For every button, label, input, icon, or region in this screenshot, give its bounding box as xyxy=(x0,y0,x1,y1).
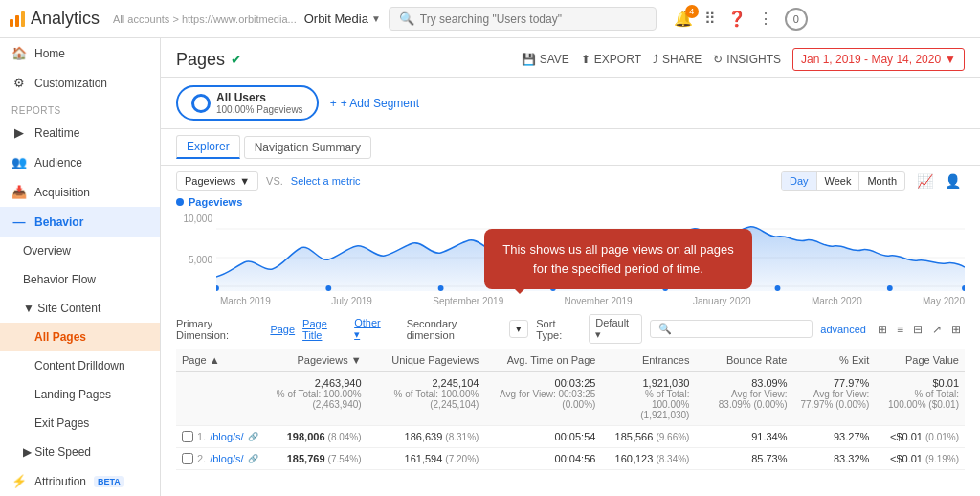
export-button[interactable]: ⬆ EXPORT xyxy=(581,53,641,66)
table-chart-button[interactable]: 👤 xyxy=(941,171,965,191)
day-button[interactable]: Day xyxy=(782,172,817,190)
all-users-segment[interactable]: All Users 100.00% Pageviews xyxy=(176,85,319,121)
month-button[interactable]: Month xyxy=(859,172,904,190)
verified-icon: ✔ xyxy=(231,52,242,67)
table-search-input[interactable] xyxy=(676,324,805,335)
sidebar-item-label: Customization xyxy=(34,77,107,90)
export-icon: ⬆ xyxy=(581,53,590,66)
col-page[interactable]: Page ▲ xyxy=(176,349,264,372)
advanced-link[interactable]: advanced xyxy=(820,324,866,335)
audience-icon: 👥 xyxy=(11,155,27,169)
account-name[interactable]: Orbit Media ▼ xyxy=(304,11,381,26)
profile-button[interactable]: 0 xyxy=(785,8,808,31)
row2-page-value: <$0.01 (9.19%) xyxy=(875,448,965,470)
segment-info: All Users 100.00% Pageviews xyxy=(216,91,303,115)
sidebar-item-audience[interactable]: 👥 Audience xyxy=(0,147,160,177)
col-avg-time[interactable]: Avg. Time on Page xyxy=(484,349,601,372)
acquisition-icon: 📥 xyxy=(11,185,27,199)
pageviews-metric-select[interactable]: Pageviews ▼ xyxy=(176,171,258,191)
nav-right: 🔔 4 ⠿ ❓ ⋮ 0 xyxy=(674,8,808,31)
lifetime-view-button[interactable]: ⊞ xyxy=(947,321,965,338)
sidebar-item-customization[interactable]: ⚙ Customization xyxy=(0,68,160,98)
dim-page-title-button[interactable]: Page Title xyxy=(302,318,346,341)
tab-explorer[interactable]: Explorer xyxy=(176,135,240,159)
save-button[interactable]: 💾 SAVE xyxy=(522,53,569,66)
svg-point-5 xyxy=(438,285,444,291)
col-unique-pageviews[interactable]: Unique Pageviews xyxy=(368,349,485,372)
help-button[interactable]: ❓ xyxy=(727,10,746,28)
pivot-view-button[interactable]: ⊟ xyxy=(909,321,926,338)
add-segment-button[interactable]: + + Add Segment xyxy=(330,97,419,110)
sidebar-item-home[interactable]: 🏠 Home xyxy=(0,38,160,68)
row1-checkbox[interactable] xyxy=(182,431,193,442)
pages-title: Pages ✔ xyxy=(176,50,242,70)
grid-view-button[interactable]: ⊞ xyxy=(874,321,891,338)
date-range-picker[interactable]: Jan 1, 2019 - May 14, 2020 ▼ xyxy=(792,48,965,71)
timeline-axis: March 2019 July 2019 September 2019 Nove… xyxy=(176,294,965,308)
svg-point-7 xyxy=(662,285,668,291)
sidebar-item-label: All Pages xyxy=(34,330,86,344)
sidebar-item-exit-pages[interactable]: Exit Pages xyxy=(0,409,160,438)
link-icon: 🔗 xyxy=(248,454,258,463)
share-button[interactable]: ⤴ SHARE xyxy=(653,53,702,66)
timeline-label: November 2019 xyxy=(565,296,633,306)
notifications-button[interactable]: 🔔 4 xyxy=(674,10,693,28)
chart-area: Pageviews 10,000 5,000 xyxy=(161,196,980,308)
chart-canvas: This shows us all page views on all page… xyxy=(216,210,965,294)
sort-type-label: Sort Type: xyxy=(536,318,581,341)
sidebar-item-attribution[interactable]: ⚡ Attribution BETA xyxy=(0,466,160,496)
scatter-view-button[interactable]: ↗ xyxy=(928,321,946,338)
tab-navigation-summary[interactable]: Navigation Summary xyxy=(244,136,371,159)
week-button[interactable]: Week xyxy=(817,172,860,190)
secondary-dim-label: Secondary dimension xyxy=(407,318,502,341)
line-chart-button[interactable]: 📈 xyxy=(913,171,937,191)
sidebar-item-landing-pages[interactable]: Landing Pages xyxy=(0,380,160,409)
chart-controls: Pageviews ▼ VS. Select a metric Day Week… xyxy=(161,166,980,196)
row2-checkbox[interactable] xyxy=(182,453,193,464)
search-icon: 🔍 xyxy=(399,11,414,26)
timeline-label: March 2019 xyxy=(220,296,271,306)
apps-button[interactable]: ⠿ xyxy=(704,10,716,28)
sidebar-item-acquisition[interactable]: 📥 Acquisition xyxy=(0,177,160,207)
search-bar[interactable]: 🔍 xyxy=(389,7,657,31)
sidebar-item-overview[interactable]: Overview xyxy=(0,237,160,265)
insights-button[interactable]: ↻ INSIGHTS xyxy=(713,53,781,66)
behavior-icon: — xyxy=(11,214,27,229)
content-area: Pages ✔ 💾 SAVE ⬆ EXPORT ⤴ SHARE ↻ xyxy=(161,38,980,496)
sort-default-button[interactable]: Default ▾ xyxy=(589,314,641,344)
row2-pct-exit: 83.32% xyxy=(792,448,875,470)
sidebar-item-realtime[interactable]: ▶ Realtime xyxy=(0,118,160,147)
row2-bounce-rate: 85.73% xyxy=(695,448,792,470)
search-input[interactable] xyxy=(420,12,646,26)
row2-pageviews: 185,769 (7.54%) xyxy=(264,448,368,470)
series-dot xyxy=(176,198,184,206)
compare-view-button[interactable]: ≡ xyxy=(893,321,907,338)
sidebar-item-site-speed[interactable]: ▶ Site Speed xyxy=(0,438,160,466)
col-bounce-rate[interactable]: Bounce Rate xyxy=(695,349,792,372)
dim-page-button[interactable]: Page xyxy=(270,324,295,335)
insights-icon: ↻ xyxy=(713,53,723,66)
customization-icon: ⚙ xyxy=(11,76,27,90)
save-icon: 💾 xyxy=(522,53,536,66)
select-metric-link[interactable]: Select a metric xyxy=(291,175,361,187)
table-search-bar[interactable]: 🔍 xyxy=(650,320,813,338)
segment-circle xyxy=(191,94,211,113)
sidebar-item-behavior[interactable]: — Behavior xyxy=(0,207,160,237)
sidebar-item-all-pages[interactable]: All Pages xyxy=(0,323,160,351)
col-pct-exit[interactable]: % Exit xyxy=(792,349,875,372)
home-icon: 🏠 xyxy=(11,46,27,60)
sidebar-item-content-drilldown[interactable]: Content Drilldown xyxy=(0,351,160,380)
data-table: Page ▲ Pageviews ▼ Unique Pageviews Avg.… xyxy=(176,349,965,470)
timeline-label: March 2020 xyxy=(812,296,862,306)
sidebar-item-site-content[interactable]: ▼ Site Content xyxy=(0,294,160,323)
sidebar-item-label: Realtime xyxy=(34,126,79,140)
dim-other-button[interactable]: Other ▾ xyxy=(354,317,387,341)
col-page-value[interactable]: Page Value xyxy=(875,349,965,372)
secondary-dim-button[interactable]: ▾ xyxy=(509,320,528,338)
sidebar-item-behavior-flow[interactable]: Behavior Flow xyxy=(0,265,160,294)
more-options-button[interactable]: ⋮ xyxy=(758,10,773,28)
beta-badge: BETA xyxy=(94,476,124,487)
chart-with-axis: 10,000 5,000 xyxy=(176,210,965,294)
col-entrances[interactable]: Entrances xyxy=(601,349,695,372)
col-pageviews[interactable]: Pageviews ▼ xyxy=(264,349,368,372)
